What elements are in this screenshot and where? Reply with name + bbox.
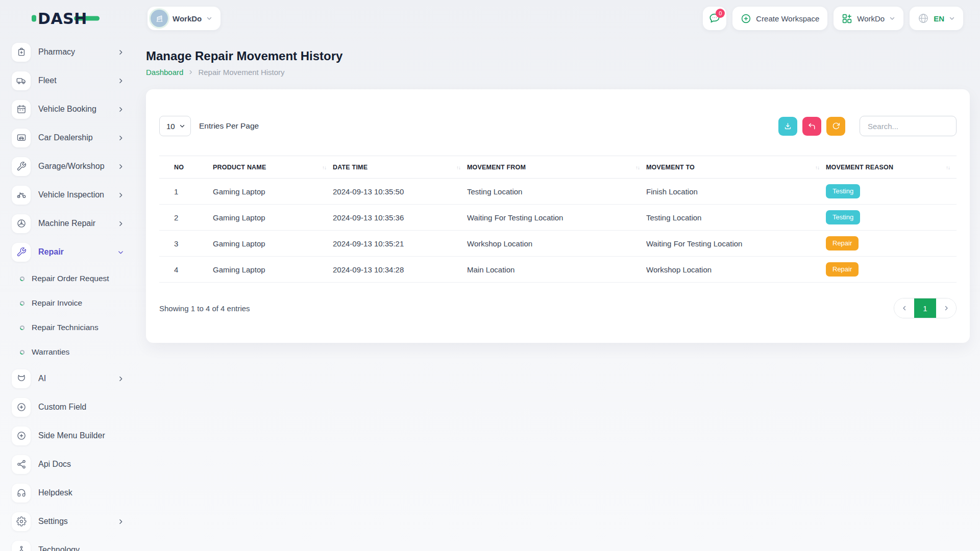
chevron-right-icon <box>117 163 124 170</box>
entries-per-page-select[interactable]: 10 <box>159 116 191 136</box>
chevron-right-icon <box>117 375 124 382</box>
sidebar-item-label: Settings <box>38 517 117 526</box>
messages-count-badge: 0 <box>716 9 725 18</box>
brand-logo[interactable]: DASH <box>32 10 100 28</box>
chevron-right-icon <box>117 220 124 227</box>
sidebar-item-machine-repair[interactable]: Machine Repair <box>0 209 135 238</box>
machine-wheel-icon <box>12 214 31 233</box>
table-actions <box>778 116 957 136</box>
back-button[interactable] <box>802 117 821 136</box>
column-header-movement-to[interactable]: MOVEMENT TO↑↓ <box>646 156 826 179</box>
messages-button[interactable]: 0 <box>703 7 726 30</box>
calendar-icon <box>12 100 31 119</box>
sidebar-item-label: Side Menu Builder <box>38 431 124 440</box>
sidebar-item-helpdesk[interactable]: Helpdesk <box>0 479 135 507</box>
cell-movement-reason: Repair <box>826 231 957 257</box>
refresh-icon <box>832 122 840 130</box>
content-card: 10 Entries Per Page <box>146 89 970 343</box>
create-workspace-button[interactable]: Create Workspace <box>732 7 827 30</box>
sidebar-subitem-label: Repair Order Request <box>32 274 109 283</box>
cell-movement-from: Testing Location <box>467 179 646 205</box>
cell-no: 4 <box>159 257 213 283</box>
workspace-selector[interactable]: WorkDo <box>148 7 220 30</box>
sidebar-subitem-repair-order-request[interactable]: Repair Order Request <box>0 266 135 291</box>
sidebar: Pharmacy Fleet Vehicle Booking Car Deale… <box>0 37 135 551</box>
sidebar-item-settings[interactable]: Settings <box>0 507 135 536</box>
sidebar-item-side-menu-builder[interactable]: Side Menu Builder <box>0 421 135 450</box>
topbar: DASH WorkDo 0 Create Workspace WorkDo <box>0 0 980 37</box>
page-title: Manage Repair Movement History <box>146 49 970 63</box>
cell-product: Gaming Laptop <box>213 179 333 205</box>
sidebar-item-repair[interactable]: Repair <box>0 238 135 266</box>
cell-movement-from: Main Location <box>467 257 646 283</box>
sidebar-item-api-docs[interactable]: Api Docs <box>0 450 135 479</box>
next-page-button[interactable] <box>936 298 956 318</box>
reason-badge: Repair <box>826 262 859 277</box>
sidebar-item-label: Vehicle Booking <box>38 105 117 114</box>
plus-circle-icon <box>741 13 751 24</box>
previous-page-button[interactable] <box>894 298 914 318</box>
chevron-left-icon <box>901 305 908 311</box>
globe-icon <box>918 13 929 24</box>
table-header: NO PRODUCT NAME↑↓ DATE TIME↑↓ MOVEMENT F… <box>159 156 957 179</box>
wrench-icon <box>12 157 31 176</box>
building-icon <box>155 14 164 23</box>
first-aid-bag-icon <box>12 43 31 62</box>
van-icon <box>12 71 31 90</box>
sort-icon[interactable]: ↑↓ <box>635 164 640 170</box>
car-card-icon <box>12 129 31 147</box>
chevron-right-icon <box>188 69 193 75</box>
sidebar-item-pharmacy[interactable]: Pharmacy <box>0 38 135 66</box>
sidebar-subitem-repair-invoice[interactable]: Repair Invoice <box>0 291 135 315</box>
refresh-button[interactable] <box>826 117 845 136</box>
sidebar-item-garage-workshop[interactable]: Garage/Workshop <box>0 152 135 181</box>
chevron-down-icon <box>117 249 124 256</box>
plus-circle-icon <box>12 427 31 445</box>
grid-plus-icon <box>842 13 852 24</box>
sort-icon[interactable]: ↑↓ <box>946 164 950 170</box>
chevron-down-icon <box>179 123 185 129</box>
search-input[interactable] <box>860 116 957 136</box>
table-row: 1 Gaming Laptop 2024-09-13 10:35:50 Test… <box>159 179 957 205</box>
column-header-product-name[interactable]: PRODUCT NAME↑↓ <box>213 156 333 179</box>
chevron-right-icon <box>117 192 124 198</box>
sidebar-item-vehicle-booking[interactable]: Vehicle Booking <box>0 95 135 123</box>
export-button[interactable] <box>778 117 797 136</box>
chevron-right-icon <box>943 305 949 311</box>
column-header-movement-reason[interactable]: MOVEMENT REASON↑↓ <box>826 156 957 179</box>
chevron-right-icon <box>117 49 124 56</box>
workspace-avatar <box>151 10 168 27</box>
current-page-button[interactable]: 1 <box>914 298 936 318</box>
sidebar-subitem-warranties[interactable]: Warranties <box>0 340 135 364</box>
donut-icon <box>19 276 25 282</box>
sidebar-item-vehicle-inspection[interactable]: Vehicle Inspection <box>0 181 135 209</box>
sort-icon[interactable]: ↑↓ <box>815 164 819 170</box>
sort-icon[interactable]: ↑↓ <box>456 164 460 170</box>
sidebar-item-fleet[interactable]: Fleet <box>0 66 135 95</box>
chevron-right-icon <box>117 78 124 84</box>
table-row: 4 Gaming Laptop 2024-09-13 10:34:28 Main… <box>159 257 957 283</box>
cell-movement-to: Waiting For Testing Location <box>646 231 826 257</box>
app-shell: Pharmacy Fleet Vehicle Booking Car Deale… <box>0 37 980 551</box>
sort-icon[interactable]: ↑↓ <box>322 164 326 170</box>
sidebar-item-label: Garage/Workshop <box>38 162 117 171</box>
undo-arrow-icon <box>807 122 816 131</box>
cell-no: 1 <box>159 179 213 205</box>
sidebar-subitem-repair-technicians[interactable]: Repair Technicians <box>0 315 135 340</box>
column-header-date-time[interactable]: DATE TIME↑↓ <box>333 156 467 179</box>
breadcrumb-dashboard-link[interactable]: Dashboard <box>146 68 183 77</box>
sidebar-item-car-dealership[interactable]: Car Dealership <box>0 123 135 152</box>
sidebar-item-custom-field[interactable]: Custom Field <box>0 393 135 421</box>
sidebar-subitem-label: Repair Invoice <box>32 298 82 308</box>
org-switcher[interactable]: WorkDo <box>834 7 903 30</box>
sidebar-item-label: Technology <box>38 545 124 551</box>
movement-history-table: NO PRODUCT NAME↑↓ DATE TIME↑↓ MOVEMENT F… <box>159 156 957 283</box>
reason-badge: Testing <box>826 210 860 224</box>
column-header-movement-from[interactable]: MOVEMENT FROM↑↓ <box>467 156 646 179</box>
sidebar-item-ai[interactable]: AI <box>0 364 135 393</box>
sidebar-item-technology[interactable]: Technology <box>0 536 135 551</box>
cell-movement-reason: Testing <box>826 179 957 205</box>
entries-per-page-label: Entries Per Page <box>199 121 259 131</box>
sidebar-item-label: AI <box>38 374 117 383</box>
language-selector[interactable]: EN <box>910 7 963 30</box>
